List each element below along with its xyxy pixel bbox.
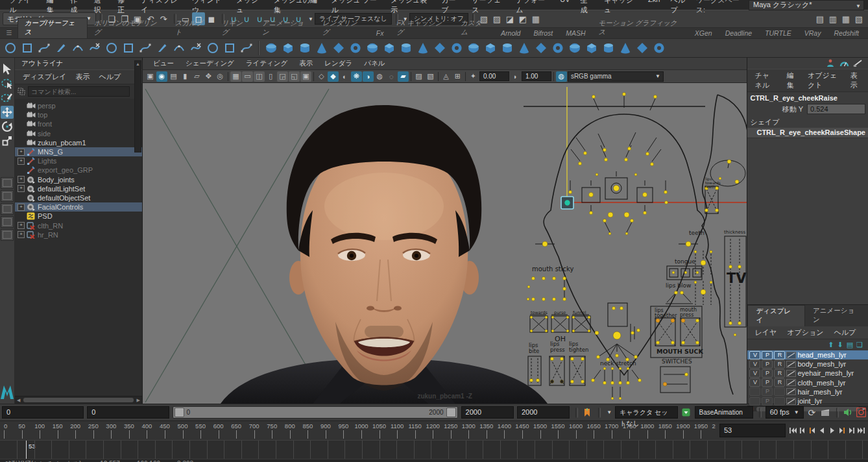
insert-isoparm-icon[interactable] <box>618 40 633 56</box>
extend-curve-icon[interactable] <box>154 40 170 56</box>
facial-control-dot[interactable] <box>738 321 741 324</box>
facial-control-dot[interactable] <box>531 297 535 300</box>
search-input[interactable] <box>28 86 130 97</box>
outliner-menu-item[interactable]: ディスプレイ <box>19 71 71 82</box>
layer-toggle-r[interactable] <box>774 387 785 396</box>
single-pane-layout[interactable] <box>1 177 14 189</box>
facial-control-dot[interactable] <box>674 291 677 294</box>
layer-menu-item[interactable]: オプション <box>782 328 828 337</box>
shelf-tab[interactable]: XGen <box>688 29 719 38</box>
layer-toggle-p[interactable]: P <box>762 351 773 359</box>
character-icon[interactable] <box>826 59 836 67</box>
boundary-icon[interactable] <box>449 40 464 56</box>
field-chart-icon[interactable]: ◲ <box>277 71 288 82</box>
plugin-shading-icon[interactable]: ⊞ <box>452 71 463 82</box>
shelf-tab[interactable]: FX キャッシング <box>390 18 454 38</box>
facial-control-dot[interactable] <box>686 241 691 247</box>
facial-control-dot[interactable] <box>581 357 584 360</box>
channel-box-menu-item[interactable]: 編集 <box>782 71 802 90</box>
fps-select[interactable]: 60 fps▼ <box>766 406 804 419</box>
outliner-item[interactable]: +Body_joints <box>15 175 142 184</box>
facial-control-dot[interactable] <box>615 354 618 358</box>
cached-playback-icon[interactable] <box>856 407 866 419</box>
facial-control-dot[interactable] <box>589 211 592 214</box>
viewport-canvas[interactable]: mouth stickytowardspursefunnelOHlipsbite… <box>143 83 747 404</box>
layer-color-swatch[interactable] <box>786 379 796 386</box>
layer-menu-item[interactable]: ヘルプ <box>830 328 861 337</box>
facial-control-dot[interactable] <box>738 265 741 268</box>
outliner-menu-item[interactable]: ヘルプ <box>95 71 125 82</box>
fillet-icon[interactable] <box>584 40 599 56</box>
outliner-item[interactable]: PSD <box>15 212 142 221</box>
cut-curve-icon[interactable] <box>104 40 119 56</box>
layer-row[interactable]: Pjoint_lyr <box>747 396 868 406</box>
facial-control-dot[interactable] <box>542 276 545 280</box>
wireframe-icon[interactable]: ◇ <box>316 71 327 82</box>
facial-control-dot[interactable] <box>530 330 533 332</box>
camera-attributes-icon[interactable]: ▤ <box>168 71 179 82</box>
outliner-item[interactable]: side <box>15 129 142 138</box>
revolve-icon[interactable] <box>365 40 380 56</box>
menu-item[interactable]: ヘルプ <box>665 0 695 16</box>
square-surface-icon[interactable] <box>466 40 481 56</box>
facial-control-dot[interactable] <box>562 276 566 280</box>
birail-icon[interactable] <box>432 40 448 56</box>
layer-toggle-v[interactable]: V <box>749 378 760 387</box>
nurbs-torus-icon[interactable] <box>348 40 363 56</box>
facial-control-dot[interactable] <box>551 316 554 319</box>
facial-control-dot[interactable] <box>695 319 699 322</box>
separator[interactable] <box>221 13 224 25</box>
open-close-curve-icon[interactable] <box>171 40 187 56</box>
facial-control-dot[interactable] <box>552 297 555 300</box>
separator[interactable] <box>99 13 102 25</box>
outliner-item[interactable]: +Lights <box>15 156 142 165</box>
untrim-icon[interactable] <box>550 40 566 56</box>
facial-control-dot[interactable] <box>719 177 721 180</box>
shelf-tab[interactable]: アニメーション <box>256 18 316 38</box>
anim-layer-field[interactable]: BaseAnimation <box>695 406 753 419</box>
facial-control-dot[interactable] <box>664 201 668 204</box>
animation-start-field[interactable]: 0 <box>2 406 84 419</box>
shelf-tab[interactable]: Bifrost <box>527 29 559 38</box>
facial-control-dot[interactable] <box>638 378 641 382</box>
scrollbar-thumb[interactable] <box>23 398 133 402</box>
facial-control-dot[interactable] <box>562 287 566 290</box>
viewport-menu-item[interactable]: レンダラ <box>319 59 357 68</box>
multisample-aa-icon[interactable]: ▰ <box>398 71 409 82</box>
outliner-item[interactable]: export_geo_GRP <box>15 165 142 175</box>
character-set-field[interactable]: キャラクタ セットなし <box>615 406 678 419</box>
facial-control-dot[interactable] <box>681 319 685 322</box>
layer-toggle-v[interactable]: V <box>749 360 760 369</box>
facial-control-dot[interactable] <box>636 329 640 332</box>
safe-action-icon[interactable]: ◱ <box>289 71 300 82</box>
facial-control-dot[interactable] <box>695 341 699 344</box>
facial-control-dot[interactable] <box>603 367 606 370</box>
layer-row[interactable]: VPRcloth_mesh_lyr <box>747 378 868 387</box>
selection-mask-icon[interactable] <box>18 88 25 95</box>
facial-control-dot[interactable] <box>566 330 569 332</box>
layer-color-swatch[interactable] <box>786 370 796 377</box>
trim-icon[interactable] <box>533 40 549 56</box>
nurbs-sphere-icon[interactable] <box>263 40 279 56</box>
current-frame-field[interactable]: 53 <box>719 424 786 437</box>
lasso-select-tool[interactable] <box>1 77 14 90</box>
facial-control-dot[interactable] <box>645 152 649 155</box>
step-forward-frame-button[interactable] <box>847 424 856 438</box>
bookmark-add-icon[interactable] <box>582 407 592 419</box>
film-gate-icon[interactable]: ▭ <box>242 71 253 82</box>
facial-control-dot[interactable] <box>656 341 659 344</box>
channel-box-menu-item[interactable]: 表示 <box>846 71 865 90</box>
channel-box-menu-item[interactable]: チャネル <box>750 71 780 90</box>
reverse-curve-icon[interactable] <box>205 40 221 56</box>
facial-control-dot[interactable] <box>552 276 555 280</box>
menu-item[interactable]: キャッシュ <box>599 0 643 16</box>
facial-control-dot[interactable] <box>566 316 569 319</box>
facial-control-dot[interactable] <box>624 158 627 161</box>
facial-control-dot[interactable] <box>560 380 563 383</box>
layer-row[interactable]: VPRhead_mesh_lyr <box>747 350 868 359</box>
project-curve-icon[interactable] <box>516 40 532 56</box>
facial-control-dot[interactable] <box>545 330 548 332</box>
expand-toggle-icon[interactable]: + <box>18 158 25 165</box>
outliner-item[interactable]: +MNS_G <box>15 147 142 156</box>
facial-control-dot[interactable] <box>527 298 529 300</box>
